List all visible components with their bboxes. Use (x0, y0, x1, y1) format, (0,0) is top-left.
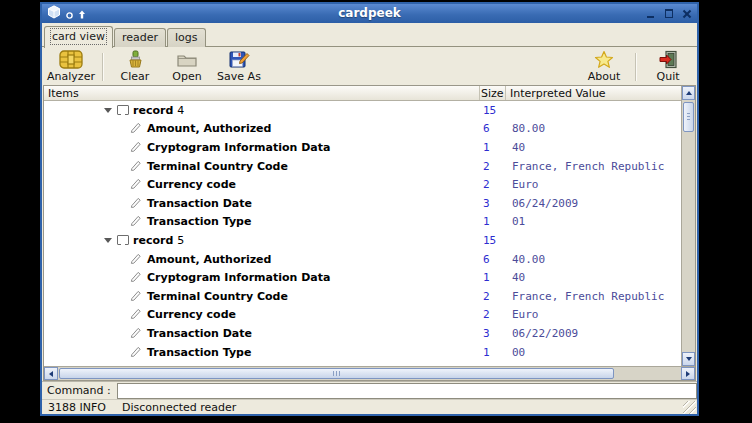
analyzer-button[interactable]: Analyzer (45, 49, 97, 85)
window-title: cardpeek (42, 4, 697, 23)
about-button[interactable]: About (578, 49, 630, 85)
maximize-button[interactable] (664, 9, 674, 19)
size-value: 2 (480, 178, 506, 191)
tree-row[interactable]: Transaction Date 3 06/22/2009 (44, 324, 681, 343)
item-label: Cryptogram Information Data (147, 271, 330, 284)
size-value: 1 (480, 141, 506, 154)
record-number: 5 (177, 234, 184, 247)
tree-row[interactable]: Cryptogram Information Data 1 40 (44, 138, 681, 157)
record-icon (117, 105, 129, 115)
item-pencil-icon (130, 307, 142, 322)
tree-row[interactable]: record 5 15 (44, 231, 681, 250)
clear-button[interactable]: Clear (109, 49, 161, 85)
tree-row[interactable]: Cryptogram Information Data 1 40 (44, 268, 681, 287)
size-value: 2 (480, 308, 506, 321)
size-value: 2 (480, 290, 506, 303)
toolbar-separator (102, 53, 104, 81)
tree-row[interactable]: Amount, Authorized 6 80.00 (44, 120, 681, 139)
status-counter: 3188 INFO (42, 401, 112, 414)
horizontal-scrollbar-thumb[interactable] (59, 368, 614, 379)
item-pencil-icon (130, 140, 142, 155)
item-label: Transaction Type (147, 215, 251, 228)
interpreted-value: 40.00 (506, 253, 681, 266)
titlebar[interactable]: cardpeek (42, 4, 697, 23)
size-value: 1 (480, 215, 506, 228)
notebook-tabs: card view reader logs (42, 23, 697, 47)
column-header-interpreted-value[interactable]: Interpreted Value (506, 86, 681, 100)
star-icon (594, 50, 614, 69)
brush-icon (124, 50, 146, 69)
resize-grip[interactable] (683, 401, 696, 414)
horizontal-scrollbar-trough[interactable] (614, 367, 681, 380)
tree-row[interactable]: Currency code 2 Euro (44, 175, 681, 194)
tree-view[interactable]: record 4 15 (44, 101, 681, 366)
interpreted-value: 40 (506, 141, 681, 154)
scroll-down-button[interactable] (682, 352, 695, 366)
record-icon (117, 235, 129, 245)
interpreted-value: 00 (506, 346, 681, 359)
size-value: 2 (480, 160, 506, 173)
right-arrow-icon (686, 371, 690, 377)
quit-button[interactable]: Quit (642, 49, 694, 85)
size-value: 3 (480, 197, 506, 210)
tab-card-view[interactable]: card view (44, 26, 113, 48)
item-pencil-icon (130, 159, 142, 174)
item-label: Transaction Type (147, 346, 251, 359)
floppy-pencil-icon (228, 50, 250, 69)
command-label: Command : (47, 384, 111, 397)
up-arrow-icon (686, 91, 692, 95)
interpreted-value: 01 (506, 215, 681, 228)
interpreted-value: 06/24/2009 (506, 197, 681, 210)
vertical-scrollbar-trough[interactable] (682, 132, 695, 352)
smartcard-chip-icon (59, 50, 83, 69)
card-tree-table: Items Size Interpreted Value (43, 85, 696, 381)
item-label: Amount, Authorized (147, 253, 271, 266)
interpreted-value: France, French Republic (506, 290, 681, 303)
item-label: Cryptogram Information Data (147, 141, 330, 154)
size-value: 15 (480, 104, 506, 117)
tree-row[interactable]: Transaction Type 1 00 (44, 343, 681, 362)
open-button[interactable]: Open (161, 49, 213, 85)
indicator-arrow-icon (78, 4, 86, 23)
record-number: 4 (177, 104, 184, 117)
item-label: Terminal Country Code (147, 290, 288, 303)
vertical-scrollbar-thumb[interactable] (683, 102, 694, 132)
column-header-items[interactable]: Items (44, 86, 480, 100)
horizontal-scrollbar[interactable] (44, 366, 695, 380)
exit-door-icon (658, 50, 678, 69)
indicator-circle-icon (66, 4, 73, 23)
item-pencil-icon (130, 345, 142, 360)
tree-row[interactable]: record 4 15 (44, 101, 681, 120)
item-pencil-icon (130, 289, 142, 304)
column-header-size[interactable]: Size (480, 86, 506, 100)
minimize-button[interactable] (646, 9, 656, 19)
tab-logs[interactable]: logs (167, 28, 206, 47)
expander-icon[interactable] (104, 108, 112, 113)
item-label: Transaction Date (147, 197, 252, 210)
vertical-scrollbar[interactable] (681, 86, 695, 366)
tree-row[interactable]: Terminal Country Code 2 France, French R… (44, 287, 681, 306)
close-button[interactable] (682, 9, 692, 19)
scroll-right-button[interactable] (681, 367, 695, 380)
interpreted-value: 06/22/2009 (506, 327, 681, 340)
tree-row[interactable]: Transaction Type 1 01 (44, 213, 681, 232)
toolbar: Analyzer Clear Open (42, 47, 697, 85)
tab-reader[interactable]: reader (114, 28, 166, 47)
scroll-up-button[interactable] (682, 86, 695, 100)
save-as-button[interactable]: Save As (213, 49, 265, 85)
scroll-left-button[interactable] (44, 367, 58, 380)
tree-row[interactable]: Transaction Date 3 06/24/2009 (44, 194, 681, 213)
tree-row[interactable]: Currency code 2 Euro (44, 306, 681, 325)
down-arrow-icon (686, 357, 692, 361)
command-input[interactable] (117, 383, 697, 399)
interpreted-value: Euro (506, 178, 681, 191)
size-value: 6 (480, 253, 506, 266)
tree-row[interactable]: Amount, Authorized 6 40.00 (44, 250, 681, 269)
item-pencil-icon (130, 326, 142, 341)
app-cube-icon[interactable] (47, 4, 61, 23)
interpreted-value: 80.00 (506, 122, 681, 135)
size-value: 6 (480, 122, 506, 135)
tree-row[interactable]: Terminal Country Code 2 France, French R… (44, 157, 681, 176)
item-label: Currency code (147, 178, 236, 191)
expander-icon[interactable] (104, 238, 112, 243)
